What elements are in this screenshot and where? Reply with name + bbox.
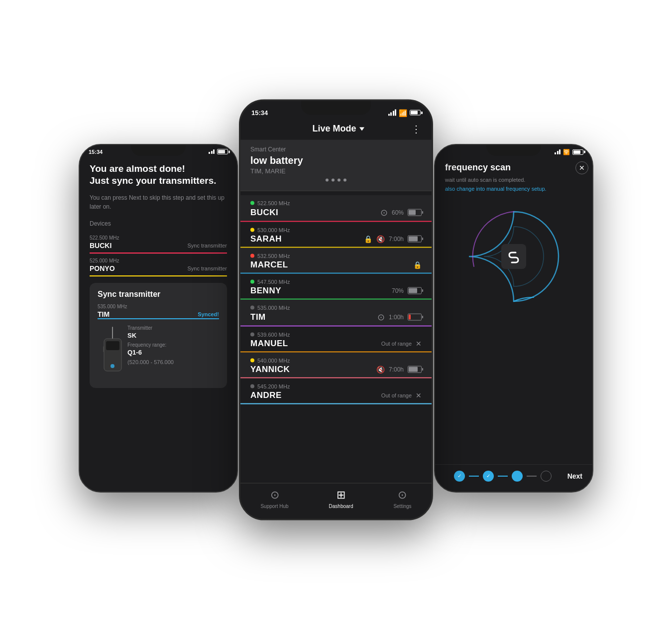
device-yannick[interactable]: 540.000 MHz YANNICK 🔇 7:00h [240, 352, 432, 378]
benny-device-row: BENNY 70% [250, 285, 422, 295]
freq-range-meta-label: Frequency range: [127, 342, 219, 348]
settings-label: Settings [393, 503, 411, 509]
manuel-status: Out of range ✕ [381, 339, 422, 347]
scan-circle-container [445, 202, 582, 311]
bucki-row: BUCKI Sync transmitter [90, 242, 227, 250]
tim-freq-center: 535.000 MHz [250, 304, 422, 310]
dashboard-icon: ⊞ [336, 488, 345, 501]
app-title[interactable]: Live Mode [312, 124, 364, 134]
tim-mute-icon: ⊙ [377, 311, 385, 322]
right-notch [486, 145, 541, 156]
device-list: 522.500 MHz BUCKI ⊙ 60% [240, 195, 432, 483]
left-signal [209, 149, 215, 154]
ponyo-sync-btn[interactable]: Sync transmitter [188, 265, 227, 271]
step-line-2 [498, 476, 508, 477]
ponyo-name: PONYO [90, 264, 115, 272]
right-status-right: 🛜 [555, 149, 583, 155]
ponyo-bar [90, 275, 227, 276]
andre-status: Out of range ✕ [381, 391, 422, 399]
step-1: ✓ [454, 471, 465, 482]
step-line-3 [527, 476, 537, 477]
andre-freq: 545.200 MHz [250, 383, 422, 389]
nav-dashboard[interactable]: ⊞ Dashboard [329, 488, 353, 509]
tim-row: TIM Synced! [98, 310, 219, 318]
andre-device-row: ANDRE Out of range ✕ [250, 390, 422, 400]
ponyo-row: PONYO Sync transmitter [90, 264, 227, 272]
svg-rect-4 [103, 346, 105, 352]
bucki-freq-center: 522.500 MHz [250, 200, 422, 206]
left-screen: 15:34 You are almost done! Just sync you… [80, 145, 237, 492]
signal-bar-1 [209, 152, 210, 154]
marcel-dot [250, 254, 254, 257]
left-time: 15:34 [89, 149, 103, 155]
device-andre[interactable]: 545.200 MHz ANDRE Out of range ✕ [240, 378, 432, 404]
sarah-mute-off-icon: 🔇 [376, 235, 385, 243]
bottom-nav: ⊙ Support Hub ⊞ Dashboard ⊙ Settings [240, 483, 432, 518]
freq-range-detail: (520.000 - 576.000 [127, 359, 219, 365]
tim-bar [98, 318, 219, 319]
step-4 [541, 471, 552, 482]
yannick-device-row: YANNICK 🔇 7:00h [250, 364, 422, 374]
rsig2 [557, 151, 559, 154]
sarah-time: 7:00h [389, 235, 404, 242]
close-button[interactable]: ✕ [575, 161, 588, 174]
left-notch [131, 145, 186, 156]
bucki-name-center: BUCKI [250, 207, 278, 217]
yannick-name: YANNICK [250, 364, 290, 374]
right-phone: 🛜 ✕ frequency scan wait until auto scan … [434, 144, 593, 493]
device-manuel[interactable]: 539.600 MHz MANUEL Out of range ✕ [240, 326, 432, 352]
tim-battery-fill [409, 314, 411, 319]
bucki-dot [250, 201, 254, 205]
benny-freq: 547.500 MHz [250, 278, 422, 284]
more-options-icon[interactable]: ⋮ [411, 123, 422, 134]
tim-dot [250, 305, 254, 309]
left-battery [217, 149, 228, 154]
next-button[interactable]: Next [567, 472, 582, 480]
device-sarah[interactable]: 530.000 MHz SARAH 🔒 🔇 7:00h [240, 222, 432, 248]
benny-battery [408, 287, 422, 294]
right-screen: 🛜 ✕ frequency scan wait until auto scan … [435, 145, 592, 492]
sarah-battery [408, 235, 422, 242]
settings-icon: ⊙ [398, 488, 407, 501]
close-icon: ✕ [579, 164, 585, 172]
pagination-dots [250, 174, 422, 183]
tim-device-container: 535.000 MHz TIM Synced! [98, 304, 219, 319]
freq-range-value: Q1-6 [127, 349, 219, 356]
sync-transmitter-title: Sync transmitter [98, 290, 219, 299]
bucki-mute-icon: ⊙ [380, 207, 388, 218]
device-marcel[interactable]: 532.500 MHz MARCEL 🔒 [240, 248, 432, 273]
center-battery [410, 110, 421, 116]
freq-scan-desc: wait until auto scan is completed. [445, 176, 582, 184]
left-battery-fill [218, 150, 225, 153]
sig4 [395, 110, 396, 116]
tim-name-center: TIM [250, 312, 266, 322]
freq-scan-title: frequency scan [445, 162, 582, 173]
bucki-bar [90, 253, 227, 254]
device-bucki[interactable]: 522.500 MHz BUCKI ⊙ 60% [240, 195, 432, 222]
device-tim[interactable]: 535.000 MHz TIM ⊙ 1:00h [240, 299, 432, 326]
andre-out-of-range: Out of range [381, 392, 412, 398]
nav-support-hub[interactable]: ⊙ Support Hub [260, 488, 288, 509]
sarah-device-row: SARAH 🔒 🔇 7:00h [250, 234, 422, 244]
dot-3 [337, 178, 340, 181]
left-phone: 15:34 You are almost done! Just sync you… [79, 144, 238, 493]
center-time: 15:34 [251, 109, 268, 117]
yannick-battery-fill [409, 367, 418, 372]
sarah-status: 🔒 🔇 7:00h [364, 235, 422, 243]
nav-settings[interactable]: ⊙ Settings [393, 488, 411, 509]
smart-center-label: Smart Center [250, 145, 422, 152]
manuel-name: MANUEL [250, 338, 288, 348]
smart-center-banner: Smart Center low battery TIM, MARIE [240, 139, 432, 191]
tim-name: TIM [98, 310, 110, 318]
svg-rect-2 [106, 341, 119, 350]
sarah-lock-icon: 🔒 [364, 235, 372, 243]
device-benny[interactable]: 547.500 MHz BENNY 70% [240, 273, 432, 299]
freq-scan-link[interactable]: also change into manual frequency setup. [445, 186, 582, 192]
app-scene: 15:34 You are almost done! Just sync you… [62, 32, 610, 605]
dropdown-arrow-icon[interactable] [359, 127, 364, 131]
left-devices-label: Devices [90, 220, 227, 227]
dashboard-label: Dashboard [329, 503, 353, 509]
sig2 [390, 113, 392, 116]
bucki-sync-btn[interactable]: Sync transmitter [188, 243, 227, 249]
manuel-dot [250, 332, 254, 336]
